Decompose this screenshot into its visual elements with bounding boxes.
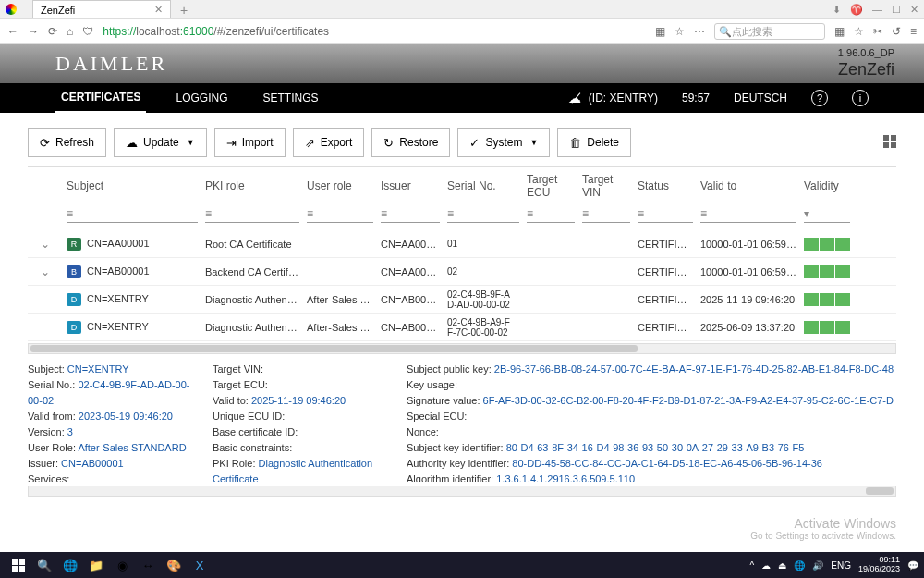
browser-tab[interactable]: ZenZefi ✕ xyxy=(32,0,171,18)
table-scrollbar[interactable] xyxy=(28,343,896,354)
import-icon: ⇥ xyxy=(226,136,237,150)
filter-tecu[interactable] xyxy=(527,204,575,223)
col-issuer[interactable]: Issuer xyxy=(377,179,444,192)
translate-icon[interactable]: ▦ xyxy=(655,25,665,38)
col-target-ecu[interactable]: Target ECU xyxy=(523,173,578,199)
close-icon[interactable]: ✕ xyxy=(910,4,918,16)
back-icon[interactable]: ← xyxy=(7,25,18,38)
filter-row: ▾ xyxy=(28,204,896,227)
usb-icon[interactable]: ⏏ xyxy=(778,560,786,571)
filter-user[interactable] xyxy=(307,204,373,223)
refresh-button[interactable]: ⟳Refresh xyxy=(28,128,106,157)
new-tab-icon[interactable]: + xyxy=(180,3,188,18)
apps-icon[interactable]: ▦ xyxy=(834,25,845,38)
details-scrollbar[interactable] xyxy=(28,486,896,497)
edge-icon[interactable]: 🌐 xyxy=(59,556,81,574)
filter-serial[interactable] xyxy=(447,204,519,223)
col-serial[interactable]: Serial No. xyxy=(444,179,523,192)
details-pane: Subject: CN=XENTRY Serial No.: 02-C4-9B-… xyxy=(28,362,896,482)
chevron-down-icon: ▼ xyxy=(187,138,195,147)
menu-icon[interactable]: ≡ xyxy=(910,25,917,38)
shield-icon[interactable]: 🛡 xyxy=(82,25,93,38)
export-button[interactable]: ⇗Export xyxy=(293,128,365,157)
table-row[interactable]: ⌄BCN=AB00001Backend CA Certifica...CN=AA… xyxy=(28,258,896,286)
filter-subject[interactable] xyxy=(67,204,198,223)
restore-button[interactable]: ↻Restore xyxy=(371,128,450,157)
extension-icon[interactable]: ♈ xyxy=(850,4,863,16)
download-icon[interactable]: ⬇ xyxy=(833,4,841,16)
cloud-icon[interactable]: ☁ xyxy=(761,560,771,571)
cut-icon[interactable]: ✂ xyxy=(873,25,882,38)
help-icon[interactable]: ? xyxy=(811,90,828,106)
volume-icon[interactable]: 🔊 xyxy=(812,560,823,571)
tab-title: ZenZefi xyxy=(41,5,75,16)
teamviewer-icon[interactable]: ↔ xyxy=(137,556,159,574)
tray-chevron-icon[interactable]: ^ xyxy=(750,560,755,571)
filter-tvin[interactable] xyxy=(582,204,630,223)
paint-icon[interactable]: 🎨 xyxy=(163,556,185,574)
col-validto[interactable]: Valid to xyxy=(697,179,800,192)
language-selector[interactable]: DEUTSCH xyxy=(734,92,787,105)
minimize-icon[interactable]: — xyxy=(872,4,882,15)
filter-pki[interactable] xyxy=(205,204,299,223)
notifications-icon[interactable]: 💬 xyxy=(907,560,918,571)
more-icon[interactable]: ⋯ xyxy=(694,25,705,38)
fav-icon[interactable]: ☆ xyxy=(854,25,864,38)
restore-icon: ↻ xyxy=(383,136,394,150)
expand-icon[interactable]: ⌄ xyxy=(41,265,50,278)
history-icon[interactable]: ↺ xyxy=(892,25,901,38)
id-label: (ID: XENTRY) xyxy=(589,92,658,105)
chevron-down-icon: ▼ xyxy=(529,138,538,147)
system-button[interactable]: ✓System▼ xyxy=(457,128,550,157)
col-target-vin[interactable]: Target VIN xyxy=(578,173,634,199)
col-subject[interactable]: Subject xyxy=(63,179,201,192)
info-icon[interactable]: i xyxy=(852,90,869,106)
delete-button[interactable]: 🗑Delete xyxy=(557,128,631,157)
col-pki[interactable]: PKI role xyxy=(201,179,303,192)
xentry-icon[interactable]: X xyxy=(188,556,211,574)
app-version: 1.96.0.6_DP xyxy=(838,46,894,59)
trash-icon: 🗑 xyxy=(569,136,581,150)
tab-settings[interactable]: SETTINGS xyxy=(257,84,323,112)
start-button[interactable] xyxy=(7,556,30,574)
table-row[interactable]: DCN=XENTRYDiagnostic Authentic...After-S… xyxy=(28,286,896,314)
filter-validto[interactable] xyxy=(700,204,796,223)
export-icon: ⇗ xyxy=(305,136,315,150)
table-row[interactable]: DCN=XENTRYDiagnostic Authentic...After-S… xyxy=(28,314,896,341)
validity-bars xyxy=(804,321,850,334)
windows-watermark: Activate Windows Go to Settings to activ… xyxy=(750,516,896,541)
network-icon[interactable]: 🌐 xyxy=(794,560,805,571)
table-header: Subject PKI role User role Issuer Serial… xyxy=(28,167,896,204)
search-input[interactable]: 🔍 点此搜索 xyxy=(714,23,825,40)
maximize-icon[interactable]: ☐ xyxy=(892,4,901,16)
explorer-icon[interactable]: 📁 xyxy=(85,556,107,574)
col-validity[interactable]: Validity xyxy=(800,179,854,192)
import-button[interactable]: ⇥Import xyxy=(214,128,286,157)
taskbar-lang[interactable]: ENG xyxy=(831,560,851,571)
filter-validity[interactable]: ▾ xyxy=(804,204,850,223)
tab-logging[interactable]: LOGGING xyxy=(170,84,233,112)
search-icon[interactable]: 🔍 xyxy=(33,556,55,574)
col-status[interactable]: Status xyxy=(634,179,697,192)
col-user[interactable]: User role xyxy=(303,179,377,192)
url-field[interactable]: https://localhost:61000/#/zenzefi/ui/cer… xyxy=(103,25,329,38)
home-icon[interactable]: ⌂ xyxy=(67,25,73,38)
app-header: DAIMLER 1.96.0.6_DP ZenZefi xyxy=(0,44,924,83)
forward-icon[interactable]: → xyxy=(28,25,39,38)
grid-view-icon[interactable] xyxy=(883,135,896,148)
star-icon[interactable]: ☆ xyxy=(675,25,685,38)
taskbar-clock[interactable]: 09:11 19/06/2023 xyxy=(858,556,900,574)
cert-type-badge: R xyxy=(67,238,81,251)
app-icon[interactable]: ◉ xyxy=(111,556,133,574)
validity-bars xyxy=(804,293,850,306)
update-button[interactable]: ☁Update▼ xyxy=(114,128,207,157)
expand-icon[interactable]: ⌄ xyxy=(41,238,50,251)
reload-icon[interactable]: ⟳ xyxy=(48,25,57,38)
cloud-icon: ☁ xyxy=(126,136,138,150)
table-row[interactable]: ⌄RCN=AA00001Root CA CertificateCN=AA0000… xyxy=(28,230,896,258)
check-icon: ✓ xyxy=(469,136,480,150)
tab-certificates[interactable]: CERTIFICATES xyxy=(55,83,146,114)
filter-status[interactable] xyxy=(638,204,693,223)
filter-issuer[interactable] xyxy=(381,204,440,223)
tab-close-icon[interactable]: ✕ xyxy=(154,4,163,16)
